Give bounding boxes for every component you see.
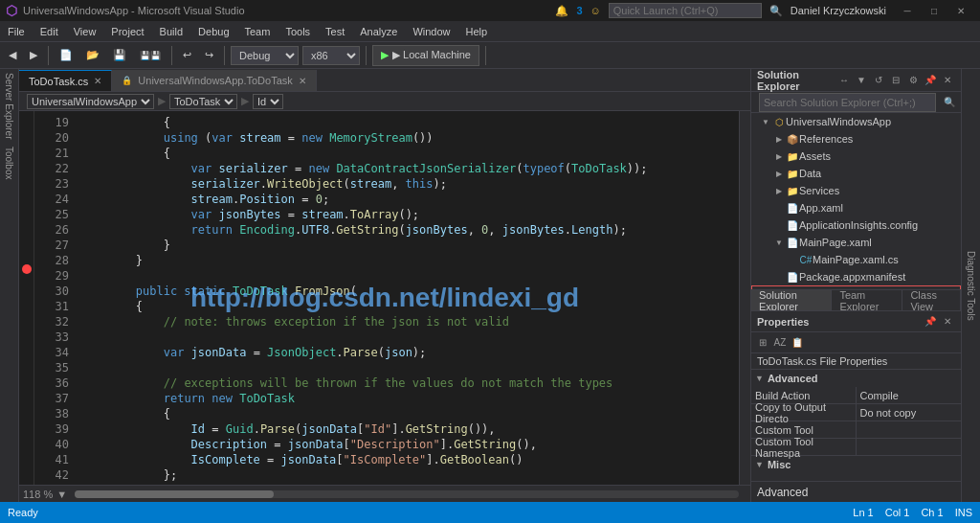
breadcrumb-select-2[interactable]: ToDoTask: [169, 94, 237, 109]
code-editor[interactable]: 1920212223 2425262728 2930313233 3435363…: [19, 111, 750, 485]
tree-item-assets[interactable]: ▶ 📁 Assets: [751, 148, 961, 165]
menu-project[interactable]: Project: [103, 21, 151, 41]
tab-close-uwp[interactable]: ✕: [299, 76, 306, 86]
menu-test[interactable]: Test: [318, 21, 352, 41]
se-search-input[interactable]: [759, 93, 936, 112]
tree-item-appxaml[interactable]: ▶ 📄 App.xaml: [751, 199, 961, 216]
tree-item-data[interactable]: ▶ 📁 Data: [751, 165, 961, 182]
se-tab-explorer[interactable]: Solution Explorer: [751, 290, 832, 310]
props-section-misc-header[interactable]: ▼ Misc: [751, 456, 961, 473]
appinsights-label: ApplicationInsights.config: [799, 219, 961, 231]
props-close-button[interactable]: ✕: [940, 314, 955, 330]
undo-button[interactable]: ↩: [178, 45, 196, 66]
breadcrumb-select-1[interactable]: UniversalWindowsApp: [27, 94, 154, 109]
tree-item-root[interactable]: ▼ ⬡ UniversalWindowsApp: [751, 113, 961, 130]
server-explorer-tab[interactable]: Server Explorer: [2, 69, 16, 143]
new-project-button[interactable]: 📄: [55, 45, 78, 66]
tab-universalwindowsapp-todotask[interactable]: 🔒 UniversalWindowsApp.ToDoTask ✕: [112, 70, 316, 91]
se-tabs: Solution Explorer Team Explorer Class Vi…: [751, 289, 961, 310]
props-section-advanced-header[interactable]: ▼ Advanced: [751, 370, 961, 387]
se-sync-button[interactable]: ↔: [836, 73, 852, 88]
se-refresh-button[interactable]: ↺: [871, 73, 886, 88]
se-tab-class[interactable]: Class View: [902, 290, 961, 310]
se-tree[interactable]: ▼ ⬡ UniversalWindowsApp ▶ 📦 References ▶…: [751, 113, 961, 289]
props-property-pages[interactable]: 📋: [790, 335, 805, 351]
menu-debug[interactable]: Debug: [190, 21, 236, 41]
props-toolbar: ⊞ AZ 📋: [751, 332, 961, 353]
tree-item-appinsights[interactable]: ▶ 📄 ApplicationInsights.config: [751, 216, 961, 234]
h-scrollbar[interactable]: [75, 490, 739, 498]
minimize-button[interactable]: ─: [894, 0, 921, 21]
se-tab-team[interactable]: Team Explorer: [832, 290, 902, 310]
tab-close-todotask[interactable]: ✕: [94, 76, 101, 86]
menu-team[interactable]: Team: [237, 21, 278, 41]
menu-help[interactable]: Help: [458, 21, 496, 41]
se-settings-button[interactable]: ⚙: [905, 73, 921, 88]
se-title: Solution Explorer: [757, 69, 836, 92]
package-label: Package.appxmanifest: [799, 271, 961, 283]
se-toolbar: 🔍: [751, 92, 961, 113]
toolbox-tab[interactable]: Toolbox: [2, 143, 16, 183]
zoom-down[interactable]: ▼: [56, 489, 67, 500]
se-pin-button[interactable]: 📌: [923, 73, 938, 88]
diagnostic-tools-tab[interactable]: Diagnostic Tools: [961, 69, 980, 502]
prop-name-custom-ns: Custom Tool Namespa: [751, 439, 857, 455]
code-content[interactable]: { using (var stream = new MemoryStream()…: [73, 111, 739, 485]
se-collapse-button[interactable]: ⊟: [888, 73, 903, 88]
appxaml-label: App.xaml: [799, 202, 961, 214]
menu-view[interactable]: View: [66, 21, 104, 41]
menu-edit[interactable]: Edit: [33, 21, 66, 41]
tab-bar: ToDoTask.cs ✕ 🔒 UniversalWindowsApp.ToDo…: [19, 69, 750, 92]
quick-launch-input[interactable]: [609, 3, 762, 18]
tree-item-package[interactable]: ▶ 📄 Package.appxmanifest: [751, 268, 961, 285]
breakpoint-30: [22, 264, 32, 274]
h-scrollbar-thumb[interactable]: [75, 490, 274, 498]
debug-config-select[interactable]: Debug Release: [231, 46, 299, 65]
mainpage-icon: 📄: [786, 238, 799, 248]
tab-todotask-cs[interactable]: ToDoTask.cs ✕: [19, 70, 112, 91]
notification-bell[interactable]: 🔔: [555, 5, 568, 17]
back-button[interactable]: ◀: [4, 45, 21, 66]
package-icon: 📄: [786, 272, 799, 283]
se-close-button[interactable]: ✕: [940, 73, 955, 88]
chevron-assets: ▶: [772, 152, 786, 161]
menu-analyze[interactable]: Analyze: [352, 21, 405, 41]
menu-tools[interactable]: Tools: [278, 21, 318, 41]
props-sort-by-category[interactable]: ⊞: [755, 335, 770, 351]
props-sort-alphabetical[interactable]: AZ: [772, 335, 788, 351]
menu-build[interactable]: Build: [152, 21, 190, 41]
maximize-button[interactable]: □: [921, 0, 947, 21]
redo-button[interactable]: ↪: [200, 45, 218, 66]
ln-label: Ln 1: [853, 507, 873, 518]
bc-sep-2: ▶: [241, 95, 249, 107]
menu-window[interactable]: Window: [405, 21, 457, 41]
vertical-scrollbar[interactable]: [739, 111, 750, 485]
prop-value-copy-output[interactable]: Do not copy: [857, 407, 962, 419]
breakpoint-area: [19, 111, 34, 485]
props-pin-button[interactable]: 📌: [923, 314, 938, 330]
prop-value-build-action[interactable]: Compile: [857, 390, 962, 401]
titlebar: ⬡ UniversalWindowsApp - Microsoft Visual…: [0, 0, 980, 21]
start-label: ▶ Local Machine: [392, 49, 471, 61]
tree-item-references[interactable]: ▶ 📦 References: [751, 130, 961, 148]
breadcrumb-select-3[interactable]: Id: [253, 94, 283, 109]
statusbar: Ready Ln 1 Col 1 Ch 1 INS: [0, 502, 980, 523]
open-button[interactable]: 📂: [81, 45, 104, 66]
tab-label-uwp: UniversalWindowsApp.ToDoTask: [138, 75, 292, 86]
platform-select[interactable]: x86 x64 ARM: [302, 46, 360, 65]
close-button[interactable]: ✕: [947, 0, 974, 21]
user-smiley: ☺: [590, 5, 601, 16]
start-button[interactable]: ▶ ▶ Local Machine: [372, 45, 479, 66]
props-header: Properties 📌 ✕: [751, 311, 961, 332]
line-numbers: 1920212223 2425262728 2930313233 3435363…: [34, 111, 73, 485]
menu-file[interactable]: File: [0, 21, 33, 41]
forward-button[interactable]: ▶: [25, 45, 42, 66]
save-button[interactable]: 💾: [108, 45, 131, 66]
tree-item-services[interactable]: ▶ 📁 Services: [751, 182, 961, 199]
se-filter-button[interactable]: ▼: [854, 73, 869, 88]
props-bottom: Advanced: [751, 481, 961, 502]
save-all-button[interactable]: 💾💾: [135, 45, 166, 66]
se-search-button[interactable]: 🔍: [942, 95, 957, 110]
tree-item-mainpage[interactable]: ▼ 📄 MainPage.xaml: [751, 234, 961, 251]
tree-item-mainpagecs[interactable]: ▶ C# MainPage.xaml.cs: [751, 251, 961, 268]
